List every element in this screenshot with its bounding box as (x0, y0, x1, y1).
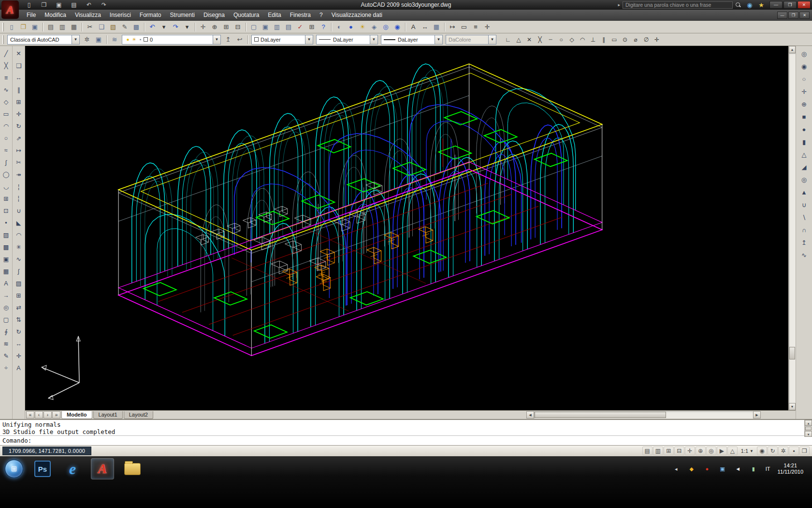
gradient-icon[interactable]: ▩ (1, 241, 12, 253)
qat-save-icon[interactable]: ▣ (53, 0, 65, 10)
menu-finestra[interactable]: Finestra (286, 10, 315, 21)
spline-icon[interactable]: ∫ (1, 156, 12, 168)
plot-preview-icon[interactable]: ▥ (57, 22, 68, 32)
point-icon[interactable]: • (1, 217, 12, 229)
materials-icon[interactable]: ◈ (368, 22, 380, 32)
zoom-3d-icon[interactable]: ⊕ (798, 98, 811, 110)
snap-to-insert-icon[interactable]: ▭ (609, 34, 620, 45)
command-prompt[interactable]: Comando: (0, 436, 812, 446)
multiline-text-icon[interactable]: A (1, 277, 12, 289)
tray-volume-icon[interactable]: ◄ (732, 463, 744, 474)
chamfer-icon[interactable]: ◣ (14, 217, 24, 229)
hidden-icons-chevron[interactable]: ◂ (670, 463, 682, 474)
chevron-down-icon[interactable]: ▼ (305, 35, 313, 44)
open-icon[interactable]: ❐ (17, 22, 29, 32)
qat-open-icon[interactable]: ❐ (38, 0, 50, 10)
horizontal-scrollbar[interactable]: ◀ ▶ (526, 411, 761, 418)
model-space-button[interactable]: ▤ (642, 447, 652, 455)
tab-modello[interactable]: Modello (61, 411, 92, 419)
polygon-icon[interactable]: ◇ (1, 96, 12, 108)
rotate-icon[interactable]: ↻ (14, 120, 24, 132)
publish-icon[interactable]: ▦ (68, 22, 80, 32)
annotation-scale-icon[interactable]: △ (727, 447, 738, 455)
break-icon[interactable]: ╎ (14, 193, 24, 205)
menu-quotatura[interactable]: Quotatura (229, 10, 263, 21)
taskbar-clock[interactable]: 14:21 11/11/2010 (777, 463, 807, 475)
render-icon[interactable]: ● (345, 22, 357, 32)
polyline-icon[interactable]: ∿ (1, 84, 12, 96)
sheet-set-manager-icon[interactable]: ▤ (283, 22, 294, 32)
osnap-settings-icon[interactable]: ✛ (652, 34, 662, 45)
clean-screen-button[interactable]: ❒ (799, 447, 810, 455)
box-icon[interactable]: ■ (798, 110, 811, 123)
horizontal-scroll-thumb[interactable] (535, 412, 666, 418)
wedge-icon[interactable]: ◢ (798, 161, 811, 173)
workspace-switching-button[interactable]: ✲ (778, 447, 788, 455)
helix-icon[interactable]: ∮ (1, 326, 12, 338)
redo-dropdown-icon[interactable]: ▾ (181, 22, 193, 32)
snap-to-quadrant-icon[interactable]: ◇ (566, 34, 577, 45)
align-icon[interactable]: ⇄ (14, 301, 24, 314)
menu-disegna[interactable]: Disegna (199, 10, 229, 21)
tab-layout2[interactable]: Layout2 (124, 411, 153, 419)
tray-display-icon[interactable]: ▣ (717, 463, 728, 474)
trim-icon[interactable]: ✂ (14, 156, 24, 168)
scroll-down-icon[interactable]: ▼ (789, 403, 796, 410)
snap-to-apparent-intersection-icon[interactable]: ╳ (535, 34, 545, 45)
snap-to-intersection-icon[interactable]: ✕ (524, 34, 535, 45)
tray-network-icon[interactable]: ▮ (748, 463, 759, 474)
copy-object-icon[interactable]: ❑ (14, 60, 24, 72)
intersect-icon[interactable]: ∩ (798, 224, 811, 236)
lights-icon[interactable]: ☀ (357, 22, 368, 32)
qnew-icon[interactable]: ▯ (6, 22, 17, 32)
communication-center-icon[interactable]: ◉ (744, 0, 755, 10)
minimize-button[interactable]: — (769, 1, 783, 9)
auto-annotation-button[interactable]: ↻ (768, 447, 778, 455)
layer-on-off-icon[interactable]: ● (125, 37, 131, 42)
3d-mirror-icon[interactable]: ↔ (14, 338, 24, 350)
status-zoom-button[interactable]: ⊕ (696, 447, 706, 455)
block-editor-icon[interactable]: ▩ (130, 22, 142, 32)
layer-properties-icon[interactable]: ≋ (109, 34, 120, 45)
erase-icon[interactable]: ✕ (14, 47, 24, 60)
locate-point-icon[interactable]: ✛ (481, 22, 493, 32)
layer-lock-icon[interactable]: ▪ (137, 37, 144, 42)
3d-move-icon[interactable]: ✛ (14, 350, 24, 362)
horizontal-scroll-track[interactable] (534, 411, 753, 418)
scroll-down-icon[interactable]: ▼ (805, 431, 812, 437)
search-icon[interactable] (735, 2, 741, 8)
orbit-icon[interactable]: ◎ (380, 22, 392, 32)
chevron-down-icon[interactable]: ▼ (213, 35, 220, 44)
menu-modifica[interactable]: Modifica (40, 10, 71, 21)
close-button[interactable]: ✕ (798, 1, 811, 9)
torus-icon[interactable]: ◎ (798, 173, 811, 186)
make-block-icon[interactable]: ⊡ (1, 205, 12, 217)
vertical-scroll-track[interactable] (789, 53, 796, 403)
undo-dropdown-icon[interactable]: ▾ (158, 22, 170, 32)
snap-to-tangent-icon[interactable]: ◠ (577, 34, 588, 45)
menu-strumenti[interactable]: Strumenti (166, 10, 199, 21)
search-expand-icon[interactable]: ▸ (618, 2, 620, 7)
help-icon[interactable]: ? (318, 22, 329, 32)
save-icon[interactable]: ▣ (29, 22, 41, 32)
snap-to-endpoint-icon[interactable]: ∟ (503, 34, 513, 45)
doc-minimize-button[interactable]: — (777, 12, 787, 19)
redo-icon[interactable]: ↷ (170, 22, 181, 32)
table-icon[interactable]: ▦ (1, 265, 12, 277)
constrained-orbit-icon[interactable]: ◉ (798, 60, 811, 73)
taskbar-autocad-button[interactable]: A (91, 458, 114, 479)
toolbar-grip[interactable] (2, 35, 4, 44)
lineweight-combo[interactable]: DaLayer ▼ (381, 35, 443, 45)
coordinates-display[interactable]: 1709.0966, 1471.7281, 0.0000 (2, 447, 91, 455)
snap-to-midpoint-icon[interactable]: △ (513, 34, 524, 45)
designcenter-icon[interactable]: ▣ (260, 22, 271, 32)
menu-formato[interactable]: Formato (135, 10, 166, 21)
pan-icon[interactable]: ✛ (197, 22, 209, 32)
dimension-style-icon[interactable]: ↔ (419, 22, 431, 32)
doc-restore-button[interactable]: ❐ (788, 12, 798, 19)
language-indicator[interactable]: IT (763, 465, 773, 472)
free-orbit-icon[interactable]: ○ (798, 73, 811, 85)
break-at-point-icon[interactable]: ¦ (14, 180, 24, 193)
ray-icon[interactable]: → (1, 289, 12, 301)
annotation-scale-chip[interactable]: 1:1 ▼ (738, 448, 756, 454)
